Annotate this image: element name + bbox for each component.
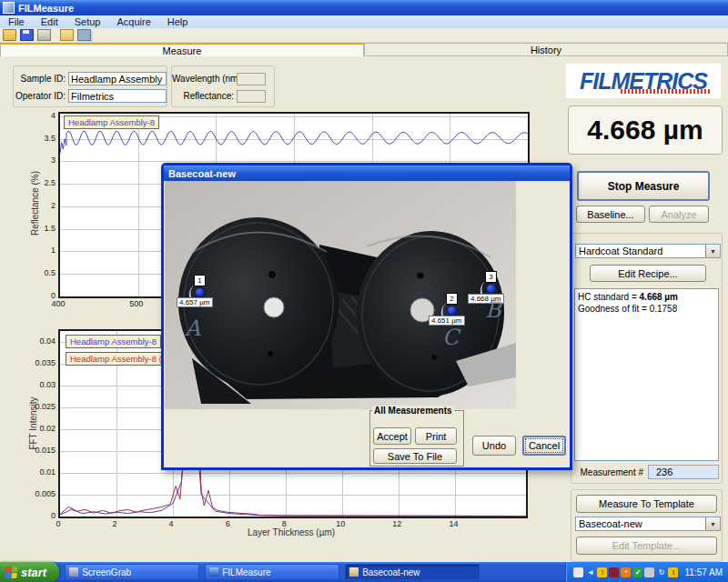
x-axis-tick-label: 6: [214, 519, 241, 528]
basecoat-window-icon: [349, 567, 359, 577]
filmetrics-logo: FILMETRICS: [566, 64, 721, 98]
security-alert-icon[interactable]: !: [597, 567, 607, 577]
antivirus-ok-icon[interactable]: ✓: [632, 567, 642, 577]
sample-id-label: Sample ID:: [15, 74, 68, 84]
app-icon: [3, 2, 15, 14]
marker-number: 1: [194, 275, 206, 286]
operator-id-label: Operator ID:: [15, 91, 68, 101]
analyze-button[interactable]: Analyze: [649, 206, 709, 223]
accept-button[interactable]: Accept: [373, 427, 411, 445]
print-icon[interactable]: [37, 29, 51, 41]
dialog-body: 14.657 µm24.651 µm34.668 µmACB All Measu…: [164, 181, 570, 467]
y-axis-tick-label: 0.035: [23, 358, 56, 367]
dialog-titlebar[interactable]: Basecoat-new: [164, 166, 570, 181]
template-dropdown-arrow-icon[interactable]: ▼: [705, 517, 720, 530]
keyboard-layout-icon[interactable]: [573, 567, 583, 577]
menu-help[interactable]: Help: [159, 16, 197, 27]
menu-setup[interactable]: Setup: [66, 16, 109, 27]
menu-edit[interactable]: Edit: [33, 16, 66, 27]
menu-file[interactable]: File: [0, 16, 33, 27]
window-title: FILMeasure: [18, 3, 74, 14]
all-measurements-label: All Measurements: [372, 406, 454, 416]
x-axis-tick-label: 12: [383, 519, 410, 528]
tab-history[interactable]: History: [364, 43, 728, 56]
shield-icon[interactable]: !: [668, 567, 678, 577]
undo-button[interactable]: Undo: [472, 436, 516, 456]
sample-info-group: Sample ID: Operator ID:: [13, 65, 167, 107]
report-icon[interactable]: [60, 29, 74, 41]
results-list: HC standard = 4.668 µm Goodness of fit =…: [574, 288, 719, 461]
sync-icon[interactable]: ↻: [656, 567, 666, 577]
reflectance-field: [237, 90, 266, 103]
headlamp-photo-graphic: [165, 181, 516, 409]
marker-pin-icon: [447, 306, 457, 316]
taskbar: start ScreenGrab FILMeasure Basecoat-new…: [0, 562, 728, 582]
marker-thickness-label: 4.657 µm: [177, 297, 213, 307]
operator-id-input[interactable]: [68, 89, 167, 103]
stop-measure-button[interactable]: Stop Measure: [577, 171, 710, 201]
template-dropdown[interactable]: Basecoat-new ▼: [575, 517, 721, 531]
thickness-readout: 4.668 µm: [568, 105, 723, 155]
taskbar-clock[interactable]: 11:57 AM: [684, 567, 723, 577]
system-tray: ◄!*✓↻!11:57 AM: [565, 562, 728, 582]
measurement-number-label: Measurement #: [569, 467, 643, 477]
start-button[interactable]: start: [0, 562, 59, 582]
y-axis-tick-label: 0.5: [23, 268, 56, 277]
y-axis-tick-label: 0.01: [23, 467, 56, 477]
y-axis-tick-label: 0.02: [23, 424, 56, 433]
open-icon[interactable]: [3, 29, 16, 41]
recipe-dropdown-arrow-icon[interactable]: ▼: [705, 245, 720, 257]
x-axis-tick-label: 500: [123, 299, 150, 308]
tab-measure[interactable]: Measure: [0, 43, 364, 56]
window-titlebar[interactable]: FILMeasure: [0, 0, 728, 15]
x-axis-tick-label: 4: [157, 519, 185, 528]
dialog-basecoat-new: Basecoat-new: [161, 163, 572, 470]
y-axis-tick-label: 0.03: [23, 380, 56, 389]
windows-flag-icon: [5, 567, 17, 578]
screengrab-icon: [69, 567, 78, 577]
messenger-icon[interactable]: [644, 567, 654, 577]
fft-legend-calculated: Headlamp Assembly-8 (C: [66, 352, 169, 366]
update-icon[interactable]: *: [621, 567, 631, 577]
y-axis-tick-label: 0.025: [23, 402, 56, 411]
taskbar-item-filmeasure[interactable]: FILMeasure: [205, 564, 339, 580]
y-axis-tick-label: 1.5: [23, 224, 56, 233]
x-axis-tick-label: 2: [101, 519, 128, 528]
edit-recipe-button[interactable]: Edit Recipe...: [590, 265, 706, 282]
photo-handwritten-letter: C: [442, 325, 459, 350]
measure-to-template-button[interactable]: Measure To Template: [576, 495, 717, 513]
y-axis-tick-label: 4: [23, 111, 56, 120]
screen: FILMeasure File Edit Setup Acquire Help …: [0, 0, 728, 582]
logo-hatch-decoration: [621, 89, 712, 94]
y-axis-tick-label: 1: [23, 246, 56, 255]
menu-acquire[interactable]: Acquire: [108, 16, 158, 27]
cancel-button[interactable]: Cancel: [522, 436, 566, 456]
baseline-button[interactable]: Baseline...: [576, 206, 645, 223]
marker-number: 3: [485, 271, 497, 283]
recipe-dropdown[interactable]: Hardcoat Standard ▼: [575, 244, 721, 258]
menu-bar: File Edit Setup Acquire Help: [0, 15, 728, 28]
save-to-file-button[interactable]: Save To File: [373, 448, 457, 464]
y-axis-tick-label: 0.005: [23, 489, 56, 498]
edit-template-button[interactable]: Edit Template...: [576, 537, 717, 555]
recorder-icon[interactable]: [609, 567, 619, 577]
taskbar-item-screengrab[interactable]: ScreenGrab: [65, 564, 199, 580]
y-axis-tick-label: 3.5: [23, 134, 56, 143]
reflectance-legend: Headlamp Assembly-8: [64, 115, 159, 129]
taskbar-item-basecoat-new[interactable]: Basecoat-new: [345, 564, 480, 580]
result-goodness: Goodness of fit = 0.1758: [578, 303, 715, 315]
sample-id-input[interactable]: [68, 72, 167, 85]
capture-icon[interactable]: [77, 29, 91, 41]
wavelength-field: [237, 73, 266, 85]
print-button[interactable]: Print: [415, 427, 457, 445]
tab-strip: Measure History: [0, 43, 728, 56]
fft-chart-xlabel: Layer Thickness (µm): [58, 527, 524, 537]
chevron-left-icon[interactable]: ◄: [585, 567, 595, 577]
toolbar: [0, 28, 728, 43]
save-icon[interactable]: [20, 29, 34, 41]
x-axis-tick-label: 400: [45, 299, 72, 308]
marker-pin-icon: [195, 287, 205, 297]
reflectance-label: Reflectance:: [172, 91, 237, 101]
x-axis-tick-label: 14: [440, 519, 467, 528]
dialog-title: Basecoat-new: [168, 168, 236, 179]
